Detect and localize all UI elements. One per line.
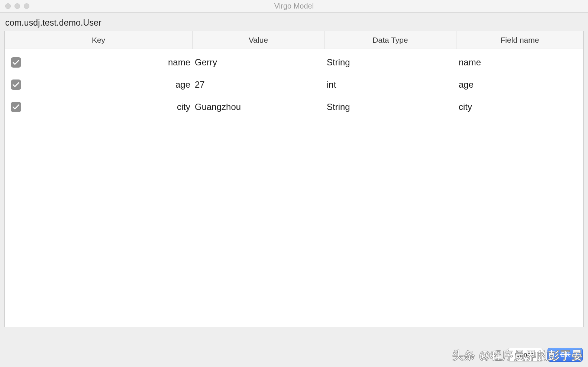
window-title: Virgo Model [0, 2, 588, 10]
check-icon [13, 82, 19, 87]
cell-field-name[interactable]: name [456, 57, 583, 68]
cell-key: city [5, 102, 193, 112]
cell-value[interactable]: Guangzhou [193, 102, 324, 112]
check-icon [13, 60, 19, 65]
key-label: age [27, 79, 193, 90]
cell-data-type: String [324, 102, 456, 112]
dialog-footer: Cancel OK [508, 348, 583, 362]
window-controls [5, 3, 29, 9]
cell-data-type: int [324, 79, 456, 90]
cancel-button[interactable]: Cancel [508, 348, 543, 362]
cell-key: age [5, 79, 193, 90]
column-header-value[interactable]: Value [193, 31, 324, 49]
minimize-window-button[interactable] [14, 3, 20, 9]
table-panel: Key Value Data Type Field name name Gerr… [4, 31, 584, 327]
column-header-field-name[interactable]: Field name [456, 31, 583, 49]
table-row[interactable]: age 27 int age [5, 74, 583, 96]
table-header: Key Value Data Type Field name [5, 31, 583, 49]
row-checkbox[interactable] [11, 57, 21, 68]
row-checkbox[interactable] [11, 79, 21, 90]
cell-field-name[interactable]: age [456, 79, 583, 90]
cell-data-type: String [324, 57, 456, 68]
cell-value[interactable]: 27 [193, 79, 324, 90]
key-label: city [27, 102, 193, 112]
cell-field-name[interactable]: city [456, 102, 583, 112]
table-body: name Gerry String name age 27 int age [5, 49, 583, 118]
row-checkbox[interactable] [11, 102, 21, 112]
close-window-button[interactable] [5, 3, 11, 9]
column-header-data-type[interactable]: Data Type [324, 31, 456, 49]
cell-value[interactable]: Gerry [193, 57, 324, 68]
maximize-window-button[interactable] [24, 3, 29, 9]
table-row[interactable]: name Gerry String name [5, 51, 583, 74]
key-label: name [27, 57, 193, 68]
check-icon [13, 104, 19, 110]
cell-key: name [5, 57, 193, 68]
class-path-label: com.usdj.test.demo.User [5, 18, 584, 28]
titlebar: Virgo Model [0, 0, 588, 13]
table-row[interactable]: city Guangzhou String city [5, 96, 583, 118]
ok-button[interactable]: OK [547, 348, 583, 362]
column-header-key[interactable]: Key [5, 31, 193, 49]
content-area: com.usdj.test.demo.User Key Value Data T… [0, 13, 588, 327]
